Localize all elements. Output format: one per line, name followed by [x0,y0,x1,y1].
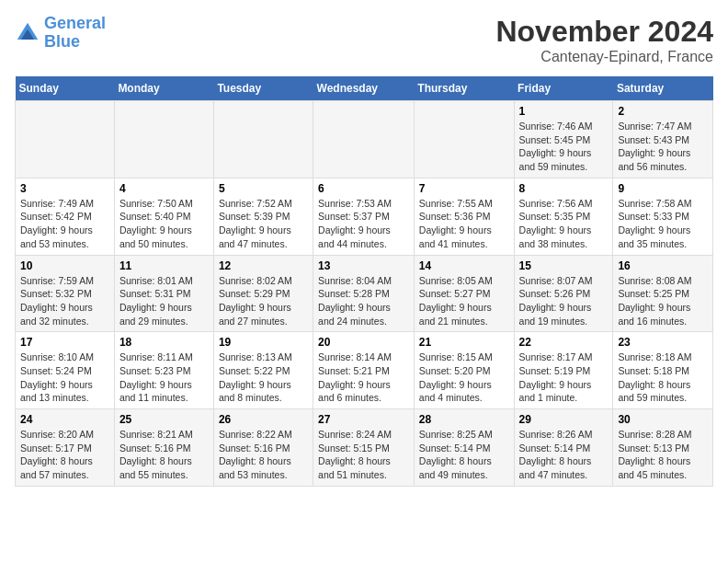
main-title: November 2024 [495,15,713,49]
header-wednesday: Wednesday [313,76,415,101]
day-info: Sunrise: 8:02 AM Sunset: 5:29 PM Dayligh… [219,274,308,328]
day-number: 21 [419,336,509,349]
day-cell: 9Sunrise: 7:58 AM Sunset: 5:33 PM Daylig… [613,178,713,255]
day-info: Sunrise: 8:05 AM Sunset: 5:27 PM Dayligh… [419,274,509,328]
day-info: Sunrise: 8:21 AM Sunset: 5:16 PM Dayligh… [119,428,209,482]
day-info: Sunrise: 8:14 AM Sunset: 5:21 PM Dayligh… [318,350,409,405]
day-cell: 12Sunrise: 8:02 AM Sunset: 5:29 PM Dayli… [213,255,313,332]
day-number: 11 [119,259,209,272]
day-number: 6 [318,182,409,195]
logo-text: General Blue [44,15,106,52]
day-info: Sunrise: 7:56 AM Sunset: 5:35 PM Dayligh… [519,197,609,251]
week-row-5: 24Sunrise: 8:20 AM Sunset: 5:17 PM Dayli… [16,409,713,487]
day-info: Sunrise: 7:55 AM Sunset: 5:36 PM Dayligh… [419,197,509,251]
day-cell: 7Sunrise: 7:55 AM Sunset: 5:36 PM Daylig… [414,178,514,255]
logo: General Blue [15,15,106,52]
header-row: SundayMondayTuesdayWednesdayThursdayFrid… [16,76,713,101]
day-number: 14 [419,259,509,272]
week-row-4: 17Sunrise: 8:10 AM Sunset: 5:24 PM Dayli… [16,332,713,409]
day-cell: 15Sunrise: 8:07 AM Sunset: 5:26 PM Dayli… [514,255,613,332]
day-cell: 19Sunrise: 8:13 AM Sunset: 5:22 PM Dayli… [213,332,313,409]
day-cell: 17Sunrise: 8:10 AM Sunset: 5:24 PM Dayli… [16,332,115,409]
day-info: Sunrise: 7:46 AM Sunset: 5:45 PM Dayligh… [519,120,609,174]
logo-icon [15,20,40,46]
day-cell [313,101,415,178]
day-cell: 18Sunrise: 8:11 AM Sunset: 5:23 PM Dayli… [114,332,213,409]
day-info: Sunrise: 8:10 AM Sunset: 5:24 PM Dayligh… [20,350,109,405]
day-number: 27 [318,413,409,426]
title-area: November 2024 Cantenay-Epinard, France [495,15,713,65]
day-number: 29 [519,413,609,426]
day-number: 18 [119,336,209,349]
subtitle: Cantenay-Epinard, France [495,49,713,65]
day-cell [213,101,313,178]
day-info: Sunrise: 8:24 AM Sunset: 5:15 PM Dayligh… [318,428,409,482]
day-number: 16 [618,259,708,272]
logo-line1: General [44,14,106,32]
day-cell: 1Sunrise: 7:46 AM Sunset: 5:45 PM Daylig… [514,101,613,178]
logo-line2: Blue [44,33,106,52]
header-thursday: Thursday [414,76,514,101]
day-info: Sunrise: 8:22 AM Sunset: 5:16 PM Dayligh… [219,428,308,482]
day-cell [414,101,514,178]
calendar-body: 1Sunrise: 7:46 AM Sunset: 5:45 PM Daylig… [16,101,713,487]
day-cell [114,101,213,178]
header-monday: Monday [114,76,213,101]
day-cell: 25Sunrise: 8:21 AM Sunset: 5:16 PM Dayli… [114,409,213,487]
day-number: 28 [419,413,509,426]
day-number: 25 [119,413,209,426]
header-tuesday: Tuesday [213,76,313,101]
header-friday: Friday [514,76,613,101]
day-info: Sunrise: 7:50 AM Sunset: 5:40 PM Dayligh… [119,197,209,251]
day-info: Sunrise: 8:20 AM Sunset: 5:17 PM Dayligh… [20,428,109,482]
day-cell: 6Sunrise: 7:53 AM Sunset: 5:37 PM Daylig… [313,178,415,255]
day-cell: 8Sunrise: 7:56 AM Sunset: 5:35 PM Daylig… [514,178,613,255]
day-info: Sunrise: 7:58 AM Sunset: 5:33 PM Dayligh… [618,197,708,251]
day-number: 19 [219,336,308,349]
day-number: 7 [419,182,509,195]
day-cell: 14Sunrise: 8:05 AM Sunset: 5:27 PM Dayli… [414,255,514,332]
day-info: Sunrise: 8:28 AM Sunset: 5:13 PM Dayligh… [618,428,708,482]
day-number: 4 [119,182,209,195]
day-number: 1 [519,105,609,118]
day-cell: 11Sunrise: 8:01 AM Sunset: 5:31 PM Dayli… [114,255,213,332]
day-cell: 10Sunrise: 7:59 AM Sunset: 5:32 PM Dayli… [16,255,115,332]
day-cell: 4Sunrise: 7:50 AM Sunset: 5:40 PM Daylig… [114,178,213,255]
day-cell: 28Sunrise: 8:25 AM Sunset: 5:14 PM Dayli… [414,409,514,487]
day-number: 17 [20,336,109,349]
day-cell [16,101,115,178]
day-info: Sunrise: 8:15 AM Sunset: 5:20 PM Dayligh… [419,350,509,405]
day-number: 24 [20,413,109,426]
day-info: Sunrise: 8:18 AM Sunset: 5:18 PM Dayligh… [618,350,708,405]
day-info: Sunrise: 8:01 AM Sunset: 5:31 PM Dayligh… [119,274,209,328]
day-info: Sunrise: 7:47 AM Sunset: 5:43 PM Dayligh… [618,120,708,174]
day-info: Sunrise: 8:26 AM Sunset: 5:14 PM Dayligh… [519,428,609,482]
week-row-1: 1Sunrise: 7:46 AM Sunset: 5:45 PM Daylig… [16,101,713,178]
day-number: 20 [318,336,409,349]
day-number: 3 [20,182,109,195]
day-info: Sunrise: 8:08 AM Sunset: 5:25 PM Dayligh… [618,274,708,328]
header-saturday: Saturday [613,76,713,101]
day-info: Sunrise: 7:52 AM Sunset: 5:39 PM Dayligh… [219,197,308,251]
day-number: 12 [219,259,308,272]
day-cell: 13Sunrise: 8:04 AM Sunset: 5:28 PM Dayli… [313,255,415,332]
day-number: 9 [618,182,708,195]
day-cell: 22Sunrise: 8:17 AM Sunset: 5:19 PM Dayli… [514,332,613,409]
header: General Blue November 2024 Cantenay-Epin… [15,15,713,65]
day-info: Sunrise: 8:07 AM Sunset: 5:26 PM Dayligh… [519,274,609,328]
day-cell: 20Sunrise: 8:14 AM Sunset: 5:21 PM Dayli… [313,332,415,409]
calendar-table: SundayMondayTuesdayWednesdayThursdayFrid… [15,76,713,487]
header-sunday: Sunday [16,76,115,101]
day-cell: 26Sunrise: 8:22 AM Sunset: 5:16 PM Dayli… [213,409,313,487]
week-row-2: 3Sunrise: 7:49 AM Sunset: 5:42 PM Daylig… [16,178,713,255]
day-info: Sunrise: 7:53 AM Sunset: 5:37 PM Dayligh… [318,197,409,251]
day-number: 23 [618,336,708,349]
day-number: 26 [219,413,308,426]
day-info: Sunrise: 8:17 AM Sunset: 5:19 PM Dayligh… [519,350,609,405]
day-cell: 21Sunrise: 8:15 AM Sunset: 5:20 PM Dayli… [414,332,514,409]
day-cell: 24Sunrise: 8:20 AM Sunset: 5:17 PM Dayli… [16,409,115,487]
day-cell: 3Sunrise: 7:49 AM Sunset: 5:42 PM Daylig… [16,178,115,255]
day-info: Sunrise: 8:25 AM Sunset: 5:14 PM Dayligh… [419,428,509,482]
day-cell: 2Sunrise: 7:47 AM Sunset: 5:43 PM Daylig… [613,101,713,178]
day-info: Sunrise: 7:49 AM Sunset: 5:42 PM Dayligh… [20,197,109,251]
